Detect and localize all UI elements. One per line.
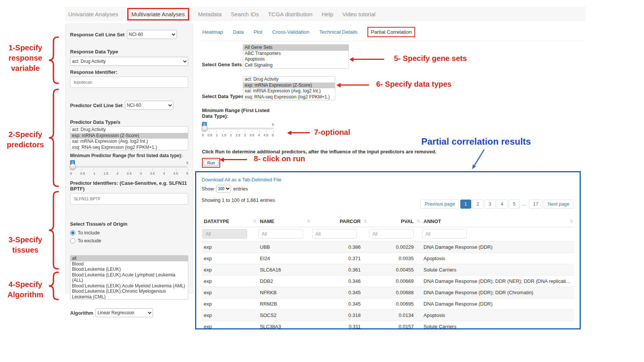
tissue-option[interactable]: Blood:Leukemia (LEUK) — [70, 267, 188, 272]
filter-cell-annot — [421, 227, 574, 242]
next-page-button[interactable]: Next page — [544, 200, 574, 209]
column-header-name[interactable]: NAME⇅ — [258, 216, 311, 227]
filter-input-name[interactable] — [258, 229, 303, 239]
table-row[interactable]: expSLC6A160.3610.00455Solute Carriers — [202, 264, 574, 276]
previous-page-button[interactable]: Previous page — [420, 200, 459, 209]
cell-datatype: exp — [202, 287, 258, 298]
cell-annot: Solute Carriers — [421, 321, 574, 332]
predictor-data-type-option[interactable]: xai: mRNA Expression (Avg. log2 Int.) — [70, 139, 188, 145]
tissue-listbox[interactable]: allBloodBlood:Leukemia (LEUK)Blood:Leuke… — [70, 255, 188, 300]
data-type-option[interactable]: xsq: RNA-seq Expression (log2 FPKM+1.) — [243, 94, 335, 100]
annotation-label-8: 8- click on run — [254, 154, 305, 163]
predictor-range-slider[interactable]: 0 5 00.511.522.533.544.55 — [70, 160, 188, 175]
gene-set-option[interactable]: All Gene Sets — [243, 45, 349, 51]
min-range-slider[interactable]: 0 5 00.511.522.533.544.55 — [202, 122, 274, 137]
data-type-option[interactable]: xai: mRNA Expression (Avg. log2 Int.) — [243, 88, 335, 94]
filter-input-parcor[interactable] — [312, 229, 357, 239]
tissue-option[interactable]: Blood:Leukemia (LEUK):Acute Lymphoid Leu… — [70, 272, 188, 283]
column-header-annot[interactable]: ANNOT⇅ — [421, 216, 574, 227]
response-cell-line-set-select[interactable]: NCI-60 — [127, 30, 177, 39]
gene-sets-listbox[interactable]: All Gene SetsABC TransportersApoptosisCe… — [243, 44, 349, 69]
table-row[interactable]: expSLC38A30.3110.0157Solute Carriers — [202, 321, 574, 332]
tab-partial-correlation[interactable]: Partial Correlation — [367, 27, 415, 37]
nav-item-video-tutorial[interactable]: Video tutorial — [342, 11, 375, 17]
predictor-data-type-option[interactable]: exp: mRNA Expression (Z-Score) — [70, 133, 188, 139]
tab-data[interactable]: Data — [233, 29, 244, 35]
tissue-option[interactable]: all — [70, 256, 188, 261]
run-button[interactable]: Run — [203, 159, 219, 166]
nav-item-univariate[interactable]: Univariate Analyses — [68, 11, 118, 17]
radio-exclude-icon[interactable] — [70, 238, 75, 243]
nav-item-search-ids[interactable]: Search IDs — [231, 11, 259, 17]
annotation-brace-3 — [47, 190, 61, 271]
tissue-origin-label: Select Tissue/s of Origin — [70, 221, 188, 227]
predictor-cell-line-set-select[interactable]: NCI-60 — [125, 101, 174, 110]
filter-input-annot[interactable] — [422, 229, 467, 239]
annotation-label-3: 3-Specifytissues — [4, 235, 47, 255]
page-button-4[interactable]: 4 — [497, 200, 508, 209]
gene-set-option[interactable]: Apoptosis — [243, 56, 349, 62]
annotation-arrow-8 — [220, 157, 247, 162]
tissue-option[interactable]: Blood:Leukemia (LEUK):Chronic Myelogenou… — [70, 289, 188, 300]
algorithm-select[interactable]: Linear Regression — [95, 308, 153, 317]
predictor-data-type-option[interactable]: xsq: RNA-seq Expression (log2 FPKM+1.) — [70, 145, 188, 151]
tissue-option[interactable]: Blood — [70, 261, 188, 267]
slider-tick-label: 1 — [93, 172, 95, 175]
data-type-option[interactable]: act: Drug Activity — [243, 76, 335, 83]
download-link[interactable]: Download All as a Tab-Delimited File — [202, 177, 281, 183]
entries-label: entries — [233, 186, 248, 192]
data-types-listbox[interactable]: act: Drug Activityexp: mRNA Expression (… — [243, 76, 335, 100]
page-button-3[interactable]: 3 — [485, 200, 496, 209]
cell-annot: DNA Damage Response (DDR); DDR (NER); DD… — [421, 276, 574, 287]
predictor-identifiers-input[interactable] — [70, 193, 188, 204]
tissue-option[interactable]: Blood:Leukemia (LEUK):Acute Myeloid Leuk… — [70, 283, 188, 289]
slider-tick-label: 0.5 — [208, 133, 213, 137]
annotation-label-2: 2-Specifypredictors — [4, 130, 47, 150]
filter-cell-datatype — [202, 227, 258, 242]
cell-parcor: 0.318 — [311, 310, 368, 321]
page-button-2[interactable]: 2 — [472, 200, 483, 209]
table-row[interactable]: expDDB20.3460.00669DNA Damage Response (… — [202, 276, 574, 287]
table-row[interactable]: expUBB0.3860.00229DNA Damage Response (D… — [202, 242, 574, 253]
show-entries-select[interactable]: 100 — [216, 185, 231, 193]
slider-max-label: 5 — [272, 123, 274, 126]
nav-item-multivariate[interactable]: Multivariate Analyses — [127, 8, 189, 20]
tab-cross-validation[interactable]: Cross-Validation — [272, 29, 309, 35]
page-button-17[interactable]: 17 — [529, 200, 542, 209]
slider-handle[interactable] — [70, 164, 76, 170]
data-type-option[interactable]: exp: mRNA Expression (Z-Score) — [243, 83, 335, 89]
slider-tick-label: 0 — [70, 172, 72, 175]
predictor-data-type-option[interactable]: act: Drug Activity — [70, 127, 188, 133]
tab-heatmap[interactable]: Heatmap — [202, 29, 223, 35]
tissue-exclude-radio[interactable]: To exclude — [70, 238, 188, 243]
tab-technical-details[interactable]: Technical Details — [319, 29, 358, 35]
nav-item-metadata[interactable]: Metadata — [198, 11, 222, 17]
gene-set-option[interactable]: Cell Signaling — [243, 62, 349, 69]
radio-include-icon[interactable] — [70, 230, 75, 236]
nav-item-help[interactable]: Help — [322, 11, 333, 17]
table-row[interactable]: expRRM2B0.3450.00695DNA Damage Response … — [202, 298, 574, 310]
cell-name: SOCS2 — [258, 310, 311, 321]
gene-set-option[interactable]: ABC Transporters — [243, 51, 349, 57]
nav-item-tcga-distribution[interactable]: TCGA distribution — [268, 11, 313, 17]
response-identifier-input[interactable] — [70, 76, 188, 88]
column-header-pval[interactable]: PVAL⇅ — [368, 216, 421, 227]
table-row[interactable]: expSOCS20.3180.0134Apoptosis — [202, 310, 574, 321]
slider-handle[interactable] — [202, 125, 208, 131]
slider-track[interactable] — [70, 166, 188, 168]
filter-input-pval[interactable] — [369, 229, 414, 239]
algorithm-label: Algorithm — [70, 310, 93, 316]
tab-plot[interactable]: Plot — [253, 29, 262, 35]
page-button-1[interactable]: 1 — [460, 200, 471, 209]
slider-track[interactable] — [202, 128, 274, 130]
table-row[interactable]: expNFRKB0.3450.00688DNA Damage Response … — [202, 287, 574, 298]
tissue-include-radio[interactable]: To include — [70, 230, 188, 236]
predictor-data-types-listbox[interactable]: act: Drug Activityexp: mRNA Expression (… — [70, 126, 188, 150]
filter-input-datatype[interactable] — [202, 229, 247, 239]
column-header-parcor[interactable]: PARCOR⇅ — [311, 216, 368, 227]
page-button-5[interactable]: 5 — [509, 200, 520, 209]
cell-datatype: exp — [202, 298, 258, 310]
response-data-type-select[interactable]: act: Drug Activity — [70, 57, 188, 66]
table-row[interactable]: expEI240.3710.0035Apoptosis — [202, 253, 574, 264]
column-header-datatype[interactable]: DATATYPE⇅ — [202, 216, 258, 227]
